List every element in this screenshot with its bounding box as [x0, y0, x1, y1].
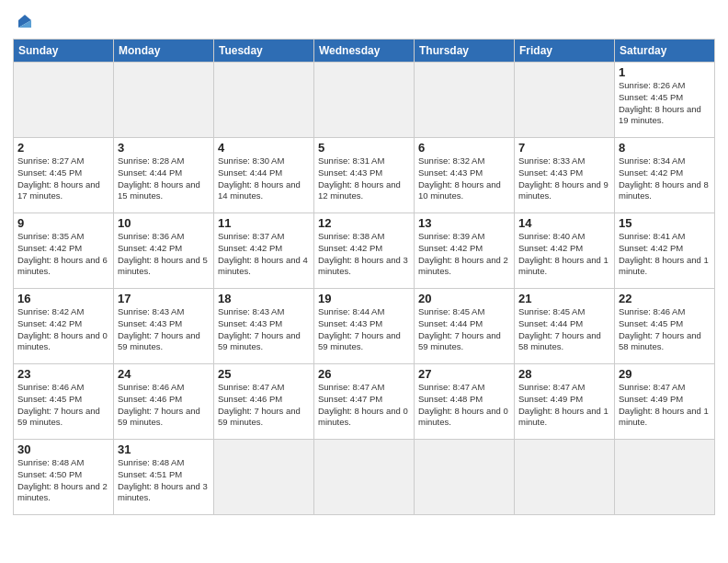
calendar-cell-empty [314, 63, 415, 138]
day-number: 20 [418, 292, 510, 305]
calendar-cell-21: 21Sunrise: 8:45 AMSunset: 4:44 PMDayligh… [515, 289, 615, 364]
calendar-cell-25: 25Sunrise: 8:47 AMSunset: 4:46 PMDayligh… [214, 364, 314, 440]
calendar-cell-10: 10Sunrise: 8:36 AMSunset: 4:42 PMDayligh… [114, 213, 214, 289]
calendar-cell-15: 15Sunrise: 8:41 AMSunset: 4:42 PMDayligh… [615, 213, 715, 289]
day-info: Sunrise: 8:27 AMSunset: 4:45 PMDaylight:… [17, 155, 109, 202]
day-number: 31 [118, 442, 210, 456]
day-number: 29 [619, 367, 711, 381]
col-header-friday: Friday [515, 40, 615, 63]
calendar-cell-empty [515, 440, 615, 515]
day-info: Sunrise: 8:43 AMSunset: 4:43 PMDaylight:… [218, 306, 310, 353]
day-info: Sunrise: 8:34 AMSunset: 4:42 PMDaylight:… [619, 155, 711, 202]
calendar-cell-17: 17Sunrise: 8:43 AMSunset: 4:43 PMDayligh… [114, 289, 214, 364]
calendar-cell-19: 19Sunrise: 8:44 AMSunset: 4:43 PMDayligh… [314, 289, 415, 364]
calendar-cell-29: 29Sunrise: 8:47 AMSunset: 4:49 PMDayligh… [615, 364, 715, 440]
calendar-cell-22: 22Sunrise: 8:46 AMSunset: 4:45 PMDayligh… [615, 289, 715, 364]
logo-icon [15, 11, 35, 31]
calendar-cell-12: 12Sunrise: 8:38 AMSunset: 4:42 PMDayligh… [314, 213, 415, 289]
calendar-cell-empty [615, 440, 715, 515]
col-header-thursday: Thursday [415, 40, 515, 63]
day-number: 19 [318, 292, 410, 305]
header [13, 11, 715, 31]
calendar-cell-23: 23Sunrise: 8:46 AMSunset: 4:45 PMDayligh… [14, 364, 114, 440]
col-header-saturday: Saturday [615, 40, 715, 63]
day-info: Sunrise: 8:30 AMSunset: 4:44 PMDaylight:… [218, 155, 310, 202]
day-number: 9 [17, 216, 109, 230]
calendar-cell-1: 1Sunrise: 8:26 AMSunset: 4:45 PMDaylight… [615, 63, 715, 138]
calendar-cell-5: 5Sunrise: 8:31 AMSunset: 4:43 PMDaylight… [314, 138, 415, 213]
day-number: 16 [17, 292, 109, 305]
day-info: Sunrise: 8:40 AMSunset: 4:42 PMDaylight:… [518, 231, 610, 278]
day-number: 23 [17, 367, 109, 381]
day-number: 1 [619, 65, 711, 79]
day-info: Sunrise: 8:36 AMSunset: 4:42 PMDaylight:… [118, 231, 210, 278]
calendar-cell-empty [415, 63, 515, 138]
day-info: Sunrise: 8:38 AMSunset: 4:42 PMDaylight:… [318, 231, 410, 278]
calendar-week-5: 30Sunrise: 8:48 AMSunset: 4:50 PMDayligh… [14, 440, 715, 515]
day-info: Sunrise: 8:31 AMSunset: 4:43 PMDaylight:… [318, 155, 410, 202]
day-number: 7 [518, 141, 610, 155]
calendar-cell-empty [314, 440, 415, 515]
calendar-cell-20: 20Sunrise: 8:45 AMSunset: 4:44 PMDayligh… [415, 289, 515, 364]
calendar-cell-7: 7Sunrise: 8:33 AMSunset: 4:43 PMDaylight… [515, 138, 615, 213]
day-info: Sunrise: 8:44 AMSunset: 4:43 PMDaylight:… [318, 306, 410, 353]
day-info: Sunrise: 8:47 AMSunset: 4:49 PMDaylight:… [619, 382, 711, 429]
calendar-cell-16: 16Sunrise: 8:42 AMSunset: 4:42 PMDayligh… [14, 289, 114, 364]
day-number: 11 [218, 216, 310, 230]
day-number: 28 [518, 367, 610, 381]
calendar-cell-4: 4Sunrise: 8:30 AMSunset: 4:44 PMDaylight… [214, 138, 314, 213]
day-info: Sunrise: 8:45 AMSunset: 4:44 PMDaylight:… [418, 306, 510, 353]
calendar-cell-30: 30Sunrise: 8:48 AMSunset: 4:50 PMDayligh… [14, 440, 114, 515]
day-info: Sunrise: 8:42 AMSunset: 4:42 PMDaylight:… [17, 306, 109, 353]
day-info: Sunrise: 8:47 AMSunset: 4:48 PMDaylight:… [418, 382, 510, 429]
calendar-cell-18: 18Sunrise: 8:43 AMSunset: 4:43 PMDayligh… [214, 289, 314, 364]
calendar-cell-empty [214, 440, 314, 515]
calendar-cell-8: 8Sunrise: 8:34 AMSunset: 4:42 PMDaylight… [615, 138, 715, 213]
calendar-page: SundayMondayTuesdayWednesdayThursdayFrid… [0, 0, 728, 563]
calendar-cell-empty [214, 63, 314, 138]
day-info: Sunrise: 8:46 AMSunset: 4:45 PMDaylight:… [619, 306, 711, 353]
day-info: Sunrise: 8:46 AMSunset: 4:45 PMDaylight:… [17, 382, 109, 429]
day-info: Sunrise: 8:41 AMSunset: 4:42 PMDaylight:… [619, 231, 711, 278]
col-header-wednesday: Wednesday [314, 40, 415, 63]
day-info: Sunrise: 8:47 AMSunset: 4:46 PMDaylight:… [218, 382, 310, 429]
calendar-week-2: 9Sunrise: 8:35 AMSunset: 4:42 PMDaylight… [14, 213, 715, 289]
calendar-week-1: 2Sunrise: 8:27 AMSunset: 4:45 PMDaylight… [14, 138, 715, 213]
calendar-cell-27: 27Sunrise: 8:47 AMSunset: 4:48 PMDayligh… [415, 364, 515, 440]
calendar-table: SundayMondayTuesdayWednesdayThursdayFrid… [13, 39, 715, 515]
col-header-monday: Monday [114, 40, 214, 63]
day-number: 18 [218, 292, 310, 305]
calendar-cell-28: 28Sunrise: 8:47 AMSunset: 4:49 PMDayligh… [515, 364, 615, 440]
calendar-cell-13: 13Sunrise: 8:39 AMSunset: 4:42 PMDayligh… [415, 213, 515, 289]
calendar-cell-empty [114, 63, 214, 138]
day-info: Sunrise: 8:37 AMSunset: 4:42 PMDaylight:… [218, 231, 310, 278]
day-info: Sunrise: 8:32 AMSunset: 4:43 PMDaylight:… [418, 155, 510, 202]
day-number: 17 [118, 292, 210, 305]
day-number: 3 [118, 141, 210, 155]
day-number: 24 [118, 367, 210, 381]
day-number: 4 [218, 141, 310, 155]
day-info: Sunrise: 8:48 AMSunset: 4:51 PMDaylight:… [118, 457, 210, 504]
day-number: 12 [318, 216, 410, 230]
day-number: 27 [418, 367, 510, 381]
calendar-cell-empty [415, 440, 515, 515]
day-number: 22 [619, 292, 711, 305]
day-info: Sunrise: 8:39 AMSunset: 4:42 PMDaylight:… [418, 231, 510, 278]
day-number: 10 [118, 216, 210, 230]
day-number: 21 [518, 292, 610, 305]
day-info: Sunrise: 8:26 AMSunset: 4:45 PMDaylight:… [619, 80, 711, 127]
day-number: 30 [17, 442, 109, 456]
day-info: Sunrise: 8:45 AMSunset: 4:44 PMDaylight:… [518, 306, 610, 353]
day-number: 6 [418, 141, 510, 155]
day-info: Sunrise: 8:47 AMSunset: 4:47 PMDaylight:… [318, 382, 410, 429]
calendar-cell-2: 2Sunrise: 8:27 AMSunset: 4:45 PMDaylight… [14, 138, 114, 213]
day-info: Sunrise: 8:48 AMSunset: 4:50 PMDaylight:… [17, 457, 109, 504]
calendar-cell-6: 6Sunrise: 8:32 AMSunset: 4:43 PMDaylight… [415, 138, 515, 213]
day-info: Sunrise: 8:43 AMSunset: 4:43 PMDaylight:… [118, 306, 210, 353]
calendar-cell-empty [515, 63, 615, 138]
day-info: Sunrise: 8:46 AMSunset: 4:46 PMDaylight:… [118, 382, 210, 429]
calendar-cell-11: 11Sunrise: 8:37 AMSunset: 4:42 PMDayligh… [214, 213, 314, 289]
day-number: 25 [218, 367, 310, 381]
col-header-sunday: Sunday [14, 40, 114, 63]
day-info: Sunrise: 8:35 AMSunset: 4:42 PMDaylight:… [17, 231, 109, 278]
